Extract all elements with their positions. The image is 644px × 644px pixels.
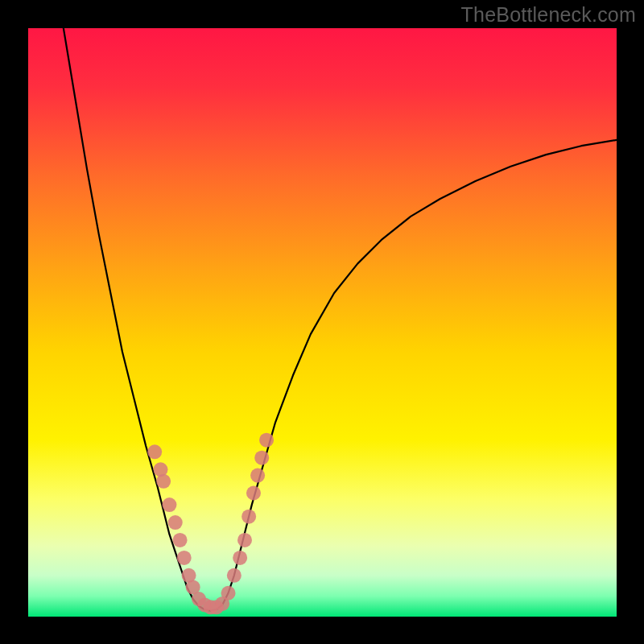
svg-point-5 [173,533,188,547]
svg-point-19 [246,485,261,500]
plot-area [28,28,617,617]
chart-container: TheBottleneck.com [0,0,644,644]
svg-point-0 [147,444,162,459]
svg-point-6 [177,551,192,565]
svg-point-21 [254,451,269,465]
svg-point-22 [259,433,274,448]
svg-point-20 [250,469,265,483]
chart-svg [28,28,617,617]
svg-point-14 [221,586,236,601]
svg-point-15 [227,568,242,583]
svg-point-16 [233,551,247,565]
svg-point-18 [242,510,256,524]
svg-point-4 [168,515,183,530]
svg-point-2 [156,474,171,489]
watermark-text: TheBottleneck.com [461,3,636,27]
svg-point-17 [237,533,252,547]
svg-point-3 [162,497,176,512]
